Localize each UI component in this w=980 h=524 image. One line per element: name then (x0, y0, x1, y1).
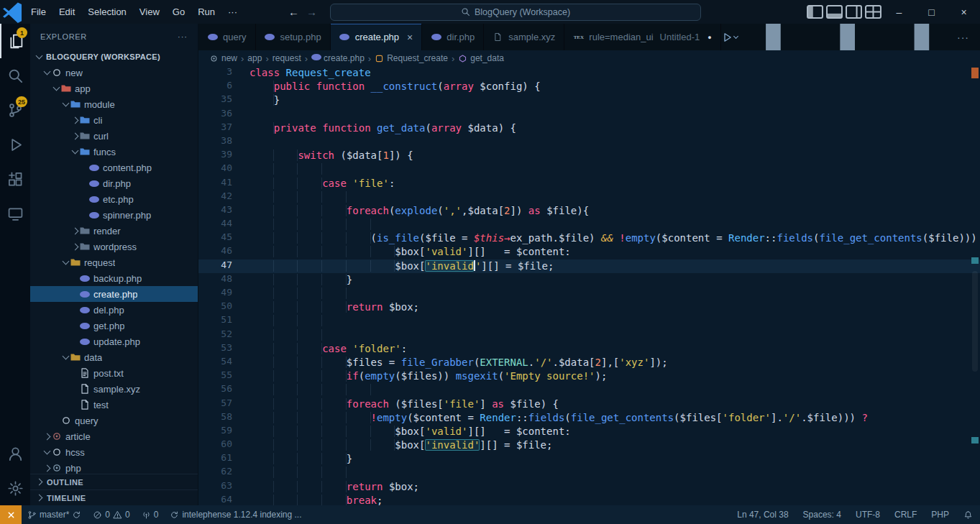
code-line-42[interactable]: 42 (198, 190, 980, 204)
code-line-43[interactable]: 43 foreach(explode(',',$data[2]) as $fil… (198, 204, 980, 218)
line-number[interactable]: 37 (198, 121, 232, 135)
menu-run[interactable]: Run (191, 0, 221, 24)
code-line-55[interactable]: 55 if(empty($files)) msgexit('Empty sour… (198, 369, 980, 383)
tree-item-cli[interactable]: cli (30, 112, 198, 128)
line-number[interactable]: 36 (198, 108, 232, 121)
code-line-53[interactable]: 53 case 'folder': (198, 342, 980, 356)
menu-selection[interactable]: Selection (81, 0, 132, 24)
line-number[interactable]: 38 (198, 135, 232, 149)
tab-rule-median-ui[interactable]: TEXrule=median_uiUntitled-1● (564, 24, 720, 50)
tree-item-data[interactable]: data (30, 349, 198, 365)
code-line-60[interactable]: 60 $box['invalid'][] = $file; (198, 438, 980, 452)
status-indentation[interactable]: Spaces: 4 (796, 505, 848, 524)
line-number[interactable]: 3 (198, 66, 232, 80)
activity-remote[interactable] (0, 196, 30, 231)
code-line-64[interactable]: 64 break; (198, 494, 980, 505)
line-number[interactable]: 39 (198, 149, 232, 162)
line-number[interactable]: 42 (198, 190, 232, 204)
breadcrumb-item-app[interactable]: app (247, 53, 262, 63)
line-number[interactable]: 44 (198, 218, 232, 231)
tree-item-php[interactable]: php (30, 460, 198, 474)
tree-item-wordpress[interactable]: wordpress (30, 239, 198, 254)
code-line-51[interactable]: 51 (198, 314, 980, 328)
tree-item-request[interactable]: request (30, 254, 198, 270)
line-number[interactable]: 64 (198, 494, 232, 505)
toggle-panel-icon[interactable] (825, 0, 844, 24)
history-forward-icon[interactable]: → (306, 6, 317, 18)
breadcrumb-item-get-data[interactable]: get_data (458, 53, 504, 63)
code-line-58[interactable]: 58 !empty($content = Render::fields(file… (198, 411, 980, 425)
code-line-63[interactable]: 63 return $box; (198, 480, 980, 494)
code-line-6[interactable]: 6 public function __construct(array $con… (198, 80, 980, 93)
code-line-36[interactable]: 36 (198, 108, 980, 121)
tree-item-backup-php[interactable]: backup.php (30, 270, 198, 286)
line-number[interactable]: 50 (198, 300, 232, 314)
activity-settings[interactable] (0, 471, 30, 505)
tab-close-icon[interactable]: × (407, 32, 413, 43)
status-eol[interactable]: CRLF (887, 505, 924, 524)
breadcrumb-item-new[interactable]: new (209, 53, 237, 63)
command-center-search[interactable]: BlogQuery (Workspace) (330, 4, 701, 21)
code-line-39[interactable]: 39 switch ($data[1]) { (198, 149, 980, 162)
line-number[interactable]: 43 (198, 204, 232, 218)
status-language-mode[interactable]: PHP (924, 505, 956, 524)
breadcrumb-item-create-php[interactable]: create.php (311, 53, 365, 63)
code-line-46[interactable]: 46 $box['valid'][] = $content: (198, 245, 980, 259)
tree-item-test[interactable]: test (30, 397, 198, 413)
status-encoding[interactable]: UTF-8 (848, 505, 887, 524)
line-number[interactable]: 47 (198, 259, 232, 273)
code-line-61[interactable]: 61 } (198, 452, 980, 466)
status-ports[interactable]: 0 (136, 505, 165, 524)
line-number[interactable]: 55 (198, 369, 232, 383)
more-actions-button[interactable]: ··· (957, 32, 969, 43)
code-line-47[interactable]: 47 $box['invalid'][] = $file; (198, 259, 980, 273)
workspace-root[interactable]: BLOGQUERY (WORKSPACE) (30, 49, 198, 65)
activity-source-control[interactable]: 25 (0, 93, 30, 127)
line-number[interactable]: 57 (198, 397, 232, 411)
code-line-3[interactable]: 3class Request_create (198, 66, 980, 80)
tree-item-etc-php[interactable]: etc.php (30, 191, 198, 207)
line-number[interactable]: 62 (198, 466, 232, 479)
section-timeline[interactable]: TIMELINE (30, 489, 198, 505)
close-button[interactable]: × (948, 0, 980, 24)
tab-create-php[interactable]: create.php× (331, 24, 423, 50)
code-line-50[interactable]: 50 return $box; (198, 300, 980, 314)
line-number[interactable]: 59 (198, 425, 232, 438)
tree-item-sample-xyz[interactable]: sample.xyz (30, 381, 198, 397)
code-line-57[interactable]: 57 foreach ($files['file'] as $file) { (198, 397, 980, 411)
tree-item-del-php[interactable]: del.php (30, 302, 198, 318)
menu-view[interactable]: View (133, 0, 166, 24)
line-number[interactable]: 60 (198, 438, 232, 452)
code-line-62[interactable]: 62 (198, 466, 980, 479)
explorer-more-icon[interactable]: ··· (178, 32, 188, 41)
line-number[interactable]: 40 (198, 162, 232, 176)
tree-item-post-txt[interactable]: post.txt (30, 365, 198, 381)
code-line-59[interactable]: 59 $box['valid'][] = $content: (198, 425, 980, 438)
status-git-branch[interactable]: master* (22, 505, 87, 524)
line-number[interactable]: 54 (198, 356, 232, 369)
status-language-status[interactable]: intelephense 1.12.4 indexing ... (164, 505, 307, 524)
tree-item-curl[interactable]: curl (30, 128, 198, 144)
code-line-54[interactable]: 54 $files = file_Grabber(EXTERNAL.'/'.$d… (198, 356, 980, 369)
line-number[interactable]: 56 (198, 383, 232, 397)
code-line-52[interactable]: 52 (198, 328, 980, 342)
tree-item-content-php[interactable]: content.php (30, 160, 198, 175)
code-line-38[interactable]: 38 (198, 135, 980, 149)
code-line-49[interactable]: 49 (198, 287, 980, 300)
line-number[interactable]: 53 (198, 342, 232, 356)
activity-run-debug[interactable] (0, 127, 30, 162)
tree-item-query[interactable]: query (30, 413, 198, 428)
tab-dir-php[interactable]: dir.php (422, 24, 484, 50)
toggle-secondary-sidebar-icon[interactable] (844, 0, 864, 24)
tree-item-render[interactable]: render (30, 223, 198, 239)
status-problems[interactable]: 00 (87, 505, 135, 524)
breadcrumb-item-request[interactable]: request (273, 53, 301, 63)
activity-search[interactable] (0, 58, 30, 93)
toggle-sidebar-icon[interactable] (805, 0, 825, 24)
line-number[interactable]: 35 (198, 93, 232, 107)
tree-item-hcss[interactable]: hcss (30, 444, 198, 460)
menu-go[interactable]: Go (166, 0, 191, 24)
code-line-48[interactable]: 48 } (198, 273, 980, 287)
tab-query[interactable]: query (198, 24, 256, 50)
code-line-41[interactable]: 41 case 'file': (198, 177, 980, 190)
